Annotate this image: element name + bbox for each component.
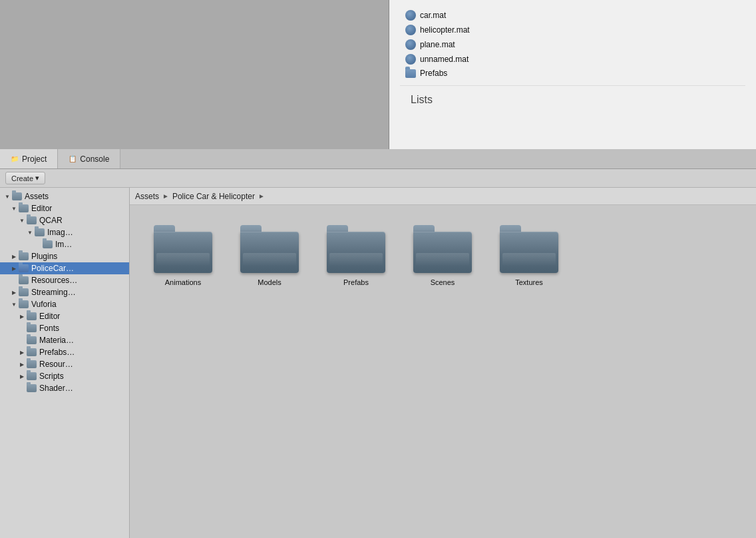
tree-arrow-resources	[9, 276, 19, 285]
tree-label-assets: Assets	[25, 192, 49, 201]
folder-icon-streaming	[19, 288, 29, 296]
folder-shine-textures	[502, 253, 556, 266]
file-item[interactable]: helicopter.mat	[400, 23, 745, 37]
sidebar-item-prefabs[interactable]: Prefabs…	[0, 346, 129, 358]
tab-bar: 📁 Project 📋 Console	[0, 149, 756, 169]
sidebar-item-images[interactable]: Imag…	[0, 226, 129, 238]
tree-arrow-scripts	[17, 372, 27, 381]
big-folder-textures	[500, 225, 558, 273]
tree-label-qcar: QCAR	[39, 216, 63, 225]
folder-body-prefabs	[327, 232, 385, 273]
tree-label-vuforia: Vuforia	[31, 300, 57, 309]
folder-icon-vuforia	[19, 300, 29, 308]
tree-label-images: Imag…	[47, 228, 73, 237]
sidebar-item-assets[interactable]: Assets	[0, 190, 129, 202]
create-label: Create	[11, 174, 33, 182]
tree-label-resources: Resources…	[31, 276, 77, 285]
sidebar-item-resources[interactable]: Resources…	[0, 274, 129, 286]
tree-arrow-plugins	[9, 252, 19, 261]
tree-label-vuforia-editor: Editor	[39, 312, 60, 321]
tab-console[interactable]: 📋 Console	[58, 149, 120, 168]
tree-arrow-editor	[9, 204, 19, 213]
folder-icon-materia	[27, 336, 37, 344]
console-tab-icon: 📋	[69, 155, 77, 162]
folder-label-models: Models	[258, 278, 281, 286]
tab-project[interactable]: 📁 Project	[0, 149, 58, 168]
tree-label-editor: Editor	[31, 204, 52, 213]
file-item[interactable]: plane.mat	[400, 37, 745, 52]
file-item[interactable]: unnamed.mat	[400, 52, 745, 67]
sidebar-item-editor[interactable]: Editor	[0, 202, 129, 214]
folder-body-animations	[154, 232, 212, 273]
sidebar: AssetsEditorQCARImag…Im…PluginsPoliceCar…	[0, 188, 130, 538]
tree-arrow-policecar	[9, 264, 19, 273]
tree-arrow-resour	[17, 360, 27, 369]
prefabs-label: Prefabs	[420, 69, 447, 78]
sidebar-item-shader[interactable]: Shader…	[0, 382, 129, 394]
sidebar-scroll[interactable]: AssetsEditorQCARImag…Im…PluginsPoliceCar…	[0, 188, 129, 538]
file-name: helicopter.mat	[420, 25, 470, 35]
folder-shine-prefabs	[329, 253, 383, 266]
folder-item-prefabs[interactable]: Prefabs	[316, 221, 396, 290]
breadcrumb-sep-2: ►	[258, 192, 265, 200]
sidebar-item-fonts[interactable]: Fonts	[0, 322, 129, 334]
tree-arrow-vuforia	[9, 300, 19, 309]
tree-arrow-images	[25, 228, 35, 237]
create-button[interactable]: Create ▾	[5, 172, 45, 184]
sidebar-item-streaming[interactable]: Streaming…	[0, 286, 129, 298]
tree-arrow-materia	[17, 336, 27, 345]
tree-label-fonts: Fonts	[39, 324, 59, 333]
content-panel: Assets ► Police Car & Helicopter ► Anima…	[130, 188, 756, 538]
folder-shine-models	[243, 253, 296, 266]
sidebar-item-vuforia[interactable]: Vuforia	[0, 298, 129, 310]
file-name: unnamed.mat	[420, 55, 469, 64]
breadcrumb-current[interactable]: Police Car & Helicopter	[172, 192, 255, 201]
folder-icon-scripts	[27, 372, 37, 380]
folder-icon-qcar	[27, 216, 37, 224]
folder-label-scenes: Scenes	[431, 278, 455, 286]
folder-shine-scenes	[416, 253, 469, 266]
folder-icon-prefabs	[27, 348, 37, 356]
sidebar-item-vuforia-editor[interactable]: Editor	[0, 310, 129, 322]
folder-icon-plugins	[19, 252, 29, 260]
folder-shine-animations	[156, 253, 210, 266]
tree-arrow-vuforia-editor	[17, 312, 27, 321]
tree-arrow-im	[33, 240, 43, 249]
top-area: car.mathelicopter.matplane.matunnamed.ma…	[0, 0, 756, 149]
project-tab-icon: 📁	[11, 155, 19, 162]
folder-label-prefabs: Prefabs	[343, 278, 369, 286]
folder-icon-editor	[19, 204, 29, 212]
folder-body-scenes	[413, 232, 472, 273]
folder-item-animations[interactable]: Animations	[143, 221, 223, 290]
folder-item-models[interactable]: Models	[230, 221, 309, 290]
sidebar-item-policecar[interactable]: PoliceCar…	[0, 262, 129, 274]
toolbar: Create ▾	[0, 169, 756, 188]
mat-icon	[405, 10, 416, 21]
breadcrumb-root[interactable]: Assets	[135, 192, 159, 201]
folder-body-textures	[500, 232, 558, 273]
tree-label-im: Im…	[55, 240, 72, 249]
sidebar-item-qcar[interactable]: QCAR	[0, 214, 129, 226]
folder-icon-shader	[27, 384, 37, 392]
tree-arrow-streaming	[9, 288, 19, 297]
file-item[interactable]: car.mat	[400, 8, 745, 23]
tree-label-plugins: Plugins	[31, 252, 57, 261]
tab-console-label: Console	[80, 154, 109, 164]
sidebar-item-scripts[interactable]: Scripts	[0, 370, 129, 382]
sidebar-item-plugins[interactable]: Plugins	[0, 250, 129, 262]
sidebar-item-im[interactable]: Im…	[0, 238, 129, 250]
folder-grid: AnimationsModelsPrefabsScenesTextures	[130, 205, 756, 306]
file-name: plane.mat	[420, 40, 455, 49]
folder-item-textures[interactable]: Textures	[489, 221, 569, 290]
sidebar-item-materia[interactable]: Materia…	[0, 334, 129, 346]
prefabs-file-item[interactable]: Prefabs	[400, 67, 745, 80]
tree-arrow-shader	[17, 384, 27, 393]
tree-label-resour: Resour…	[39, 360, 73, 369]
big-folder-animations	[154, 225, 212, 273]
tree-label-streaming: Streaming…	[31, 288, 76, 297]
mat-icon	[405, 39, 416, 50]
sidebar-item-resour[interactable]: Resour…	[0, 358, 129, 370]
tree-arrow-fonts	[17, 324, 27, 333]
folder-item-scenes[interactable]: Scenes	[403, 221, 482, 290]
folder-icon-vuforia-editor	[27, 312, 37, 320]
